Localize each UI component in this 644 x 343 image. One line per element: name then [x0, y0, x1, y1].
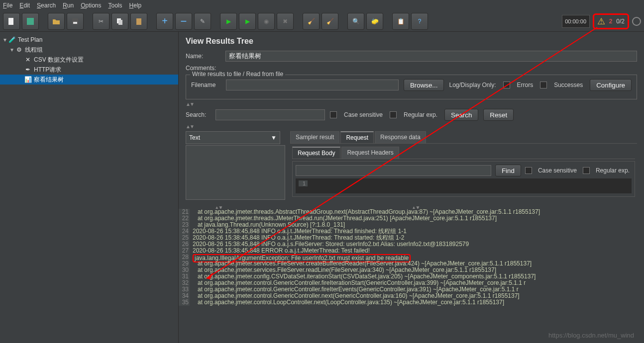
errors-checkbox[interactable]	[503, 82, 510, 88]
search-icon[interactable]: 🔍	[347, 13, 364, 30]
find-case-checkbox[interactable]	[525, 167, 532, 174]
svg-rect-5	[118, 20, 122, 25]
shutdown-icon[interactable]: ✖	[277, 13, 294, 30]
menu-tools[interactable]: Tools	[108, 2, 122, 9]
tab-request-headers[interactable]: Request Headers	[341, 147, 399, 159]
toggle-icon[interactable]: ✎	[194, 13, 211, 30]
globe-icon[interactable]	[632, 17, 641, 26]
panel-title: View Results Tree	[186, 37, 637, 46]
tab-response-data[interactable]: Response data	[375, 131, 426, 143]
tab-sampler-result[interactable]: Sampler result	[290, 131, 339, 143]
tree-node-test-plan[interactable]: ▾🧪Test Plan	[0, 35, 178, 45]
svg-rect-0	[8, 18, 13, 25]
stop-icon[interactable]: ◉	[258, 13, 275, 30]
tree-node-csv-config[interactable]: ✕CSV 数据文件设置	[0, 55, 178, 65]
name-label: Name:	[186, 53, 225, 60]
case-sensitive-checkbox[interactable]	[330, 111, 337, 118]
copy-icon[interactable]	[111, 13, 128, 30]
svg-rect-1	[27, 18, 34, 25]
menu-run[interactable]: Run	[63, 2, 74, 9]
collapse-arrows[interactable]: ▲▼	[186, 101, 637, 107]
watermark: https://blog.csdn.net/mu_wind	[548, 332, 634, 339]
search-label: Search:	[186, 111, 211, 118]
svg-rect-3	[73, 22, 77, 24]
search-button[interactable]: Search	[444, 109, 478, 121]
menu-options[interactable]: Options	[81, 2, 101, 9]
tree-node-view-results[interactable]: 📊察看结果树	[0, 75, 178, 85]
successes-checkbox[interactable]	[540, 82, 547, 88]
reset-button[interactable]: Reset	[483, 109, 514, 121]
configure-button[interactable]: Configure	[590, 79, 632, 91]
find-button[interactable]: Find	[495, 165, 521, 176]
error-count: 2	[609, 18, 613, 25]
request-subtabs: Request Body Request Headers	[292, 147, 635, 159]
tree-node-http-request[interactable]: ✒HTTP请求	[0, 65, 178, 75]
filename-label: Filename	[191, 82, 221, 88]
warning-icon: ⚠	[597, 16, 605, 27]
tree-node-thread-group[interactable]: ▾⚙线程组	[0, 45, 178, 55]
function-helper-icon[interactable]: 📋	[392, 13, 409, 30]
test-plan-tree[interactable]: ▾🧪Test Plan ▾⚙线程组 ✕CSV 数据文件设置 ✒HTTP请求 📊察…	[0, 32, 179, 343]
result-tabs: Sampler result Request Response data	[290, 131, 637, 144]
collapse-icon[interactable]: −	[175, 13, 192, 30]
filename-input[interactable]	[226, 80, 399, 90]
menu-help[interactable]: Help	[129, 2, 142, 9]
menu-edit[interactable]: Edit	[19, 2, 30, 9]
menubar: File Edit Search Run Options Tools Help	[0, 0, 644, 11]
find-regex-checkbox[interactable]	[583, 167, 590, 174]
toolbar: ✂ + − ✎ ▶ ▶ ◉ ✖ 🧹 🧹 🔍 🧽 📋 ? 00:00:00 ⚠ 2…	[0, 11, 644, 32]
menu-search[interactable]: Search	[37, 2, 56, 9]
log-display-label: Log/Display Only:	[449, 82, 496, 88]
regex-checkbox[interactable]	[390, 111, 397, 118]
name-input[interactable]	[225, 51, 637, 62]
browse-button[interactable]: Browse...	[404, 79, 444, 91]
templates-icon[interactable]	[22, 13, 39, 30]
error-counter-area[interactable]: ⚠ 2 0/2	[593, 13, 629, 29]
find-input[interactable]	[296, 165, 491, 176]
log-panel[interactable]: 21 at org.apache.jmeter.threads.Abstract…	[179, 209, 644, 343]
renderer-dropdown[interactable]: Text▼	[186, 131, 280, 144]
help-icon[interactable]: ?	[411, 13, 428, 30]
save-icon[interactable]	[67, 13, 84, 30]
elapsed-timer: 00:00:00	[562, 15, 590, 28]
tab-request-body[interactable]: Request Body	[292, 147, 340, 159]
start-no-timers-icon[interactable]: ▶	[239, 13, 256, 30]
clear-icon[interactable]: 🧹	[303, 13, 320, 30]
open-icon[interactable]	[48, 13, 65, 30]
collapse-arrows-2[interactable]: ▲▼	[186, 124, 637, 129]
request-body-editor[interactable]: 1	[296, 178, 632, 193]
menu-file[interactable]: File	[3, 2, 12, 9]
paste-icon[interactable]	[130, 13, 147, 30]
results-list[interactable]	[186, 145, 285, 200]
reset-search-icon[interactable]: 🧽	[366, 13, 383, 30]
cut-icon[interactable]: ✂	[93, 13, 109, 30]
thread-ratio: 0/2	[616, 18, 625, 25]
start-icon[interactable]: ▶	[220, 13, 237, 30]
write-results-fieldset: Write results to file / Read from file F…	[186, 75, 637, 99]
log-splitter[interactable]: ▲▼▲▼	[179, 205, 644, 209]
clear-all-icon[interactable]: 🧹	[322, 13, 338, 30]
tab-request[interactable]: Request	[340, 131, 374, 143]
new-icon[interactable]	[3, 13, 20, 30]
expand-icon[interactable]: +	[156, 13, 173, 30]
svg-rect-6	[136, 18, 141, 25]
search-input[interactable]	[215, 109, 325, 120]
